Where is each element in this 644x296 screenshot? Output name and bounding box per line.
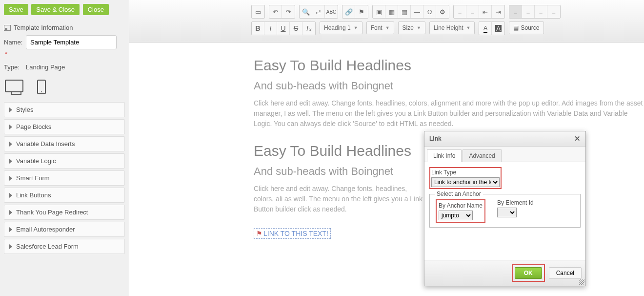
flag-icon: ⚑ [256,230,262,237]
type-row: Type: Landing Page [4,61,125,74]
special-char-icon[interactable]: Ω [423,5,436,18]
section-title: Template Information [14,24,73,31]
align-right-icon[interactable]: ≡ [535,5,547,18]
accordion-smart-form[interactable]: Smart Form [4,170,125,186]
accordion-page-blocks[interactable]: Page Blocks [4,119,125,134]
media-icon[interactable]: ▦ [385,5,398,18]
paragraph-1[interactable]: Click here and edit away. Change fonts, … [254,98,644,129]
anchor-name-label: By Anchor Name [439,202,483,209]
replace-icon[interactable]: ⇄ [312,5,325,18]
type-value: Landing Page [26,61,65,74]
paragraph-2[interactable]: Click here and edit away. Change fonts, … [254,184,424,214]
text-color-button[interactable]: A [479,22,492,35]
templates-icon[interactable]: ▭ [252,5,264,18]
dialog-title-text: Link [429,135,442,142]
fieldset-legend: Select an Anchor [435,190,483,197]
dialog-body: Link Type Link to anchor in the text Sel… [424,162,585,260]
anchor-link[interactable]: ⚑LINK TO THIS TEXT! [254,228,331,239]
name-label: Name: [4,39,26,46]
heading-1[interactable]: Easy To Build Headlines [254,57,644,74]
link-type-label: Link Type [431,169,500,176]
redo-icon[interactable]: ↷ [282,5,295,18]
device-icons [5,80,125,94]
underline-button[interactable]: U [277,22,290,35]
align-center-icon[interactable]: ≡ [522,5,535,18]
name-row: Name: [4,35,125,49]
accordion-variable-data[interactable]: Variable Data Inserts [4,136,125,151]
name-input[interactable] [26,35,117,49]
line-height-select[interactable]: Line Height▼ [429,21,475,34]
dialog-footer: OK Cancel [424,260,585,286]
ok-highlight: OK [512,264,545,282]
section-header: Template Information [4,24,125,31]
align-left-icon[interactable]: ≡ [509,5,522,18]
caret-icon [9,244,12,249]
ok-button[interactable]: OK [515,267,542,279]
caret-icon [9,159,12,164]
indent-icon[interactable]: ⇥ [492,5,504,18]
editor-toolbar: ▭ ↶ ↷ 🔍 ⇄ ABC 🔗 ⚑ ▣ ▦ ▦ — Ω ⚙ [129,0,644,42]
hr-icon[interactable]: — [411,5,423,18]
accordion-styles[interactable]: Styles [4,102,125,117]
accordion-thank-you[interactable]: Thank You Page Redirect [4,205,125,220]
find-icon[interactable]: 🔍 [300,5,312,18]
anchor-icon[interactable]: ⚑ [355,5,368,18]
outdent-icon[interactable]: ⇤ [479,5,492,18]
element-id-select[interactable] [497,208,517,217]
sidebar: Save Save & Close Close Template Informa… [0,0,129,296]
save-close-button[interactable]: Save & Close [31,4,80,15]
action-bar: Save Save & Close Close [4,4,125,15]
mobile-icon[interactable] [37,80,46,94]
cancel-button[interactable]: Cancel [549,267,582,279]
heading-2[interactable]: And sub-heads with Boingnet [254,80,644,92]
accordion-variable-logic[interactable]: Variable Logic [4,153,125,169]
table-icon[interactable]: ▦ [398,5,411,18]
caret-icon [9,107,12,112]
source-button[interactable]: ▤Source [509,21,543,34]
numbered-list-icon[interactable]: ≡ [454,5,466,18]
caret-icon [9,193,12,198]
anchor-name-select[interactable]: jumpto [439,211,473,220]
link-type-highlight: Link Type Link to anchor in the text [429,167,502,189]
anchor-name-highlight: By Anchor Name jumpto [436,199,485,223]
strike-button[interactable]: S [290,22,302,35]
caret-icon [9,210,12,215]
align-justify-icon[interactable]: ≡ [547,5,560,18]
dialog-titlebar[interactable]: Link ✕ [424,131,585,147]
caret-icon [9,176,12,181]
accordion-email-autoresponder[interactable]: Email Autoresponder [4,222,125,237]
caret-icon [9,227,12,232]
link-icon[interactable]: 🔗 [342,5,355,18]
bg-color-button[interactable]: A [492,22,504,35]
spellcheck-icon[interactable]: ABC [325,5,338,18]
desktop-icon[interactable] [5,80,23,92]
size-select[interactable]: Size▼ [398,21,425,34]
save-button[interactable]: Save [4,4,28,15]
link-type-select[interactable]: Link to anchor in the text [431,177,500,187]
resize-grip[interactable] [579,279,584,285]
image-icon[interactable]: ▣ [373,5,385,18]
dialog-tabs: Link Info Advanced [424,147,585,162]
font-select[interactable]: Font▼ [366,21,394,34]
link-dialog: Link ✕ Link Info Advanced Link Type Link… [424,131,586,286]
tab-advanced[interactable]: Advanced [463,149,501,162]
caret-icon [9,125,12,129]
italic-button[interactable]: I [264,22,277,35]
bold-button[interactable]: B [252,22,264,35]
type-label: Type: [4,63,26,71]
caret-icon [9,142,12,147]
template-icon [4,25,11,31]
close-icon[interactable]: ✕ [574,134,581,143]
undo-icon[interactable]: ↶ [269,5,282,18]
heading-select[interactable]: Heading 1▼ [320,21,362,34]
element-id-label: By Element Id [497,199,534,206]
accordion-salesforce[interactable]: Salesforce Lead Form [4,239,125,254]
bullet-list-icon[interactable]: ≡ [466,5,479,18]
clear-format-button[interactable]: Iₓ [302,22,315,35]
required-star: * [5,50,125,58]
accordion-link-buttons[interactable]: Link Buttons [4,188,125,203]
tab-link-info[interactable]: Link Info [427,149,462,162]
anchor-fieldset: Select an Anchor By Anchor Name jumpto B… [429,194,581,228]
gear-icon[interactable]: ⚙ [436,5,449,18]
close-button[interactable]: Close [83,4,109,15]
